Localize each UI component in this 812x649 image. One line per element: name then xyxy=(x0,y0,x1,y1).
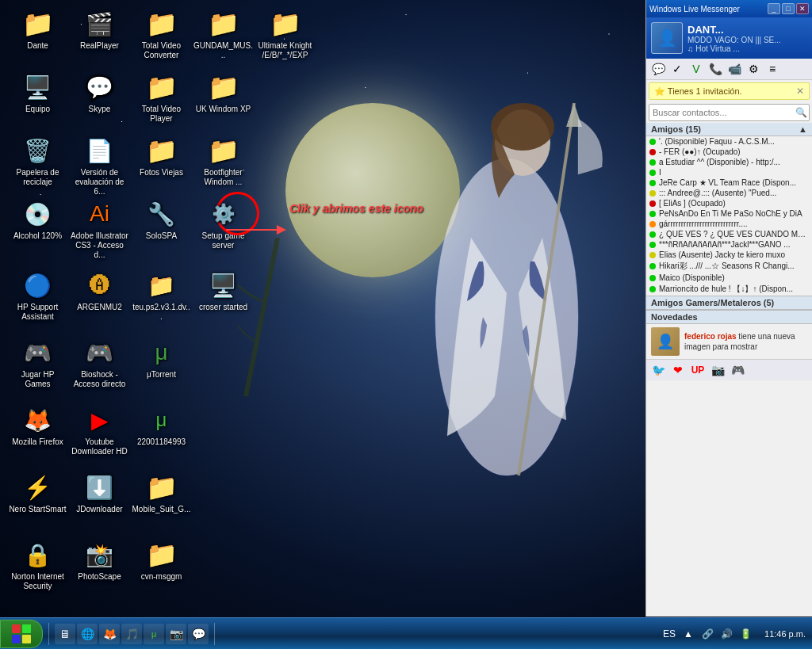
msn-toolbar-chat-btn[interactable]: 💬 xyxy=(649,60,667,78)
tray-battery-icon[interactable]: 🔋 xyxy=(737,626,753,642)
msn-contact-11[interactable]: Elias (Ausente) Jacky te kiero muxo xyxy=(646,250,812,260)
desktop-icon-equipo[interactable]: 🖥️ Equipo xyxy=(8,71,67,114)
msn-bottom-icon-1[interactable]: 🐦 xyxy=(649,361,667,379)
msn-news-avatar: 👤 xyxy=(651,327,680,356)
msn-contact-0[interactable]: '. (Disponible) Faquu - A.C.S.M... xyxy=(646,136,812,147)
desktop-icon-mobile-suit[interactable]: 📁 Mobile_Suit_G... xyxy=(132,471,191,514)
msn-contact-9[interactable]: ¿ QUE VES ? ¿ QUE VES CUANDO ME ... xyxy=(646,229,812,239)
msn-close-button[interactable]: ✕ xyxy=(796,3,809,14)
contact-status-dot-1 xyxy=(649,149,656,155)
msn-toolbar-phone-btn[interactable]: 📞 xyxy=(707,60,724,78)
msn-toolbar-more-btn[interactable]: ≡ xyxy=(764,60,781,78)
msn-maximize-button[interactable]: □ xyxy=(782,3,795,14)
desktop-icon-alcohol[interactable]: 💿 Alcohol 120% xyxy=(8,198,67,241)
tray-network-icon[interactable]: 🔗 xyxy=(699,626,715,642)
msn-gamers-header[interactable]: Amigos Gamers/Metaleros (5) xyxy=(646,296,812,310)
desktop-icon-total-video-converter[interactable]: 📁 Total Video Converter xyxy=(132,8,191,60)
desktop-icon-youtube-dl[interactable]: ▶ Youtube Downloader HD xyxy=(70,404,129,456)
annotation-text: Clik y abrimos este icono xyxy=(289,202,423,215)
contact-status-dot-10 xyxy=(649,242,656,248)
msn-contact-8[interactable]: gárrrrrrrrrrrrrrrrrrrrrrrrrrr.... xyxy=(646,219,812,229)
desktop-icon-bootfighter[interactable]: 📁 Bootfighter Windom ... xyxy=(193,135,253,187)
desktop-icon-version[interactable]: 📄 Versión de evaluación de 6... xyxy=(70,135,129,197)
msn-toolbar: 💬 ✓ V 📞 📹 ⚙ ≡ xyxy=(646,59,812,80)
desktop-icon-hp-support[interactable]: 🔵 HP Support Assistant xyxy=(8,269,67,322)
msn-toolbar-settings-btn[interactable]: ⚙ xyxy=(745,60,762,78)
desktop-icon-papelera[interactable]: 🗑️ Papelera de reciclaje xyxy=(8,135,67,187)
desktop-icon-firefox[interactable]: 🦊 Mozilla Firefox xyxy=(8,404,67,447)
msn-contacts-list: '. (Disponible) Faquu - A.C.S.M... - FER… xyxy=(646,136,812,382)
desktop-icon-bioshock[interactable]: 🎮 Bioshock - Acceso directo xyxy=(70,337,129,389)
msn-contact-1[interactable]: - FER (●●)↑ (Ocupado) xyxy=(646,147,812,157)
msn-contact-6[interactable]: [ EliAs ] (Ocupado) xyxy=(646,198,812,208)
msn-invite-bar[interactable]: ⭐ Tienes 1 invitación. ✕ xyxy=(649,82,810,100)
desktop-icon-skype[interactable]: 💬 Skype xyxy=(70,71,129,114)
msn-bottom-icon-3[interactable]: UP xyxy=(689,361,707,379)
desktop-icon-fotos[interactable]: 📁 Fotos Viejas xyxy=(132,135,191,178)
msn-toolbar-green-btn[interactable]: V xyxy=(688,60,705,78)
quick-launch-browser[interactable]: 🌐 xyxy=(77,624,98,644)
msn-contact-4[interactable]: JeRe Carp ★ VL Team Race (Dispon... xyxy=(646,178,812,188)
msn-bottom-icon-5[interactable]: 🎮 xyxy=(729,361,746,379)
desktop-icon-utorrent[interactable]: μ μTorrent xyxy=(132,337,191,380)
desktop-icon-jdownloader[interactable]: ⬇️ JDownloader xyxy=(70,471,129,514)
msn-username: DANT... xyxy=(688,24,781,36)
desktop-icon-22001184993[interactable]: μ 22001184993 xyxy=(132,404,191,447)
msn-bottom-icon-4[interactable]: 📷 xyxy=(709,361,726,379)
contact-status-dot-9 xyxy=(649,231,656,238)
quick-launch-media[interactable]: 🎵 xyxy=(121,624,142,644)
quick-launch-extra1[interactable]: 📷 xyxy=(166,624,186,644)
msn-bottom-icon-2[interactable]: ❤ xyxy=(669,361,687,379)
start-button[interactable] xyxy=(0,620,43,648)
tray-volume-icon[interactable]: 🔊 xyxy=(718,626,734,642)
msn-contact-10[interactable]: ***ñRñAñAñAñAñ***Jackl***GANO ... xyxy=(646,239,812,250)
msn-title: Windows Live Messenger xyxy=(649,5,740,13)
msn-toolbar-video-btn[interactable]: 📹 xyxy=(726,60,743,78)
msn-contacts-header[interactable]: Amigos (15) ▲ xyxy=(646,123,812,136)
msn-search: 🔍 xyxy=(649,104,810,121)
desktop-icon-cvn-msggm[interactable]: 📁 cvn-msggm xyxy=(132,539,191,582)
msn-news-item[interactable]: 👤 federico rojas tiene una nueva imagen … xyxy=(646,324,812,359)
msn-contact-2[interactable]: a Estudiar ^^ (Disponible) - http:/... xyxy=(646,157,812,167)
desktop-icon-norton[interactable]: 🔒 Norton Internet Security xyxy=(8,539,67,591)
contact-status-dot-3 xyxy=(649,170,656,176)
desktop-icon-argenmu2[interactable]: 🅐 ARGENMU2 xyxy=(70,269,129,312)
msn-toolbar-checkmark-btn[interactable]: ✓ xyxy=(668,60,686,78)
msn-contact-7[interactable]: PeNsAnDo En Ti Me PaSo NoChE y DiA xyxy=(646,208,812,219)
clock-area[interactable]: 11:46 p.m. xyxy=(758,629,812,639)
msn-contact-13[interactable]: Maico (Disponible) xyxy=(646,273,812,283)
msn-search-button[interactable]: 🔍 xyxy=(793,105,809,120)
quick-launch-firefox[interactable]: 🦊 xyxy=(99,624,120,644)
quick-launch-show-desktop[interactable]: 🖥 xyxy=(55,624,75,644)
desktop-icon-uk-windom[interactable]: 📁 UK Windom XP xyxy=(193,71,253,114)
msn-news-text: federico rojas tiene una nueva imagen pa… xyxy=(684,331,807,352)
desktop-icon-illustrator[interactable]: Ai Adobe Illustrator CS3 - Acceso d... xyxy=(70,198,129,260)
quick-launch-extra2[interactable]: 💬 xyxy=(188,624,209,644)
tray-arrow-icon[interactable]: ▲ xyxy=(680,626,696,642)
desktop-icon-solospa[interactable]: 🔧 SoloSPA xyxy=(132,198,191,241)
msn-contact-14[interactable]: Marrioncito de hule ! 【↓】↑ (Dispon... xyxy=(646,283,812,296)
desktop-icon-dante[interactable]: 📁 Dante xyxy=(8,8,67,51)
msn-invite-close-btn[interactable]: ✕ xyxy=(796,86,804,97)
contact-name-12: Hikari彩 .../// ...☆ Seasons R Changi... xyxy=(659,261,809,272)
msn-contact-5[interactable]: ::: Andree@.::: (Ausente) "Pued... xyxy=(646,188,812,198)
desktop-icon-ultimate-knight[interactable]: 📁 Ultimate Knight /E/B/*_*/EXP xyxy=(255,8,315,60)
msn-contact-3[interactable]: I xyxy=(646,167,812,178)
desktop-icon-teu-ps2[interactable]: 📁 teu.ps2.v3.1.dv... xyxy=(132,269,191,322)
desktop-icon-setup-game-server[interactable]: ⚙️ Setup game server xyxy=(193,198,253,250)
quick-launch-utorrent[interactable]: μ xyxy=(144,624,164,644)
desktop-icon-gundam[interactable]: 📁 GUNDAM_MUS... xyxy=(193,8,253,60)
desktop-icon-nero[interactable]: ⚡ Nero StartSmart xyxy=(8,471,67,514)
tray-language-icon[interactable]: ES xyxy=(661,626,677,642)
desktop-icon-croser[interactable]: 🖥️ croser started xyxy=(193,269,253,312)
msn-contact-12[interactable]: Hikari彩 .../// ...☆ Seasons R Changi... xyxy=(646,260,812,273)
desktop-icon-jugar-hp[interactable]: 🎮 Jugar HP Games xyxy=(8,337,67,389)
msn-minimize-button[interactable]: _ xyxy=(768,3,780,14)
msn-avatar[interactable]: 👤 xyxy=(651,22,683,54)
desktop-icon-total-video-player[interactable]: 📁 Total Video Player xyxy=(132,71,191,124)
msn-bottom-bar: 🐦 ❤ UP 📷 🎮 xyxy=(646,359,812,380)
contact-name-8: gárrrrrrrrrrrrrrrrrrrrrrrrrrr.... xyxy=(659,220,809,228)
msn-search-input[interactable] xyxy=(649,106,793,119)
desktop-icon-photoscape[interactable]: 📸 PhotoScape xyxy=(70,539,129,582)
desktop-icon-realplayer[interactable]: 🎬 RealPlayer xyxy=(70,8,129,51)
